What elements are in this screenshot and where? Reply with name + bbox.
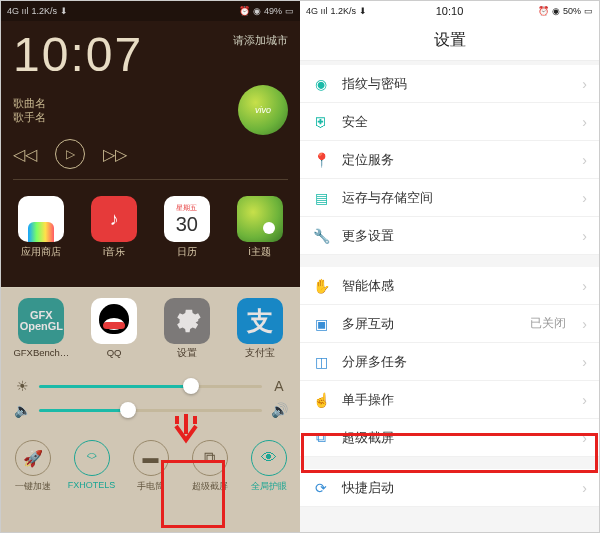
song-artist: 歌手名 xyxy=(13,110,46,124)
sd-icon: ▤ xyxy=(312,189,330,207)
eye-icon: 👁 xyxy=(251,440,287,476)
settings-pane: 4G ııl 1.2K/s ⬇ 10:10 ⏰ ◉ 50% ▭ 设置 ◉ 指纹与… xyxy=(300,1,599,532)
statusbar-left: 4G ııl 1.2K/s ⬇ ⏰ ◉ 49% ▭ xyxy=(1,1,300,21)
wifi-icon: ◉ xyxy=(552,6,560,16)
chevron-right-icon: › xyxy=(582,392,587,408)
chevron-right-icon: › xyxy=(582,228,587,244)
annotation-arrow-icon xyxy=(171,412,201,448)
toggle-fxhotels[interactable]: ⌔ FXHOTELS xyxy=(65,440,119,493)
net-signal: 4G ııl xyxy=(7,6,29,16)
weather-text[interactable]: 请添加城市 xyxy=(233,33,288,48)
battery-pct: 49% xyxy=(264,6,282,16)
split-icon: ◫ xyxy=(312,353,330,371)
chevron-right-icon: › xyxy=(582,190,587,206)
net-speed: 1.2K/s xyxy=(331,6,357,16)
pin-icon: 📍 xyxy=(312,151,330,169)
chevron-right-icon: › xyxy=(582,152,587,168)
item-more[interactable]: 🔧 更多设置 › xyxy=(300,217,599,255)
next-track-icon[interactable]: ▷▷ xyxy=(103,145,127,164)
item-location[interactable]: 📍 定位服务 › xyxy=(300,141,599,179)
drawer-app-alipay[interactable]: 支 支付宝 xyxy=(229,298,291,360)
item-motion[interactable]: ✋ 智能体感 › xyxy=(300,267,599,305)
item-onehand[interactable]: ☝ 单手操作 › xyxy=(300,381,599,419)
item-quicklaunch[interactable]: ⟳ 快捷启动 › xyxy=(300,469,599,507)
shield-icon: ⛨ xyxy=(312,113,330,131)
home-screen-pane: 4G ııl 1.2K/s ⬇ ⏰ ◉ 49% ▭ 10:07 请添加城市 歌曲… xyxy=(1,1,300,532)
brightness-slider[interactable]: ☀ A xyxy=(13,378,288,394)
download-icon: ⬇ xyxy=(359,6,367,16)
music-controls: ◁◁ ▷ ▷▷ xyxy=(13,139,288,169)
net-signal: 4G ııl xyxy=(306,6,328,16)
download-icon: ⬇ xyxy=(60,6,68,16)
item-storage[interactable]: ▤ 运存与存储空间 › xyxy=(300,179,599,217)
item-multiscreen[interactable]: ▣ 多屏互动 已关闭 › xyxy=(300,305,599,343)
brightness-icon: ☀ xyxy=(13,378,31,394)
prev-track-icon[interactable]: ◁◁ xyxy=(13,145,37,164)
brightness-auto-icon[interactable]: A xyxy=(270,378,288,394)
net-speed: 1.2K/s xyxy=(32,6,58,16)
item-split[interactable]: ◫ 分屏多任务 › xyxy=(300,343,599,381)
app-itheme[interactable]: i主题 xyxy=(229,196,291,259)
volume-high-icon: 🔊 xyxy=(270,402,288,418)
rocket-icon: 🚀 xyxy=(15,440,51,476)
volume-low-icon: 🔈 xyxy=(13,402,31,418)
vivo-orb[interactable]: vivo xyxy=(238,85,288,135)
home-app-row: 应用商店 ♪ i音乐 星期五30 日历 i主题 xyxy=(1,192,300,263)
settings-group-2: ✋ 智能体感 › ▣ 多屏互动 已关闭 › ◫ 分屏多任务 › ☝ 单手操作 › xyxy=(300,267,599,457)
toggle-eye-protect[interactable]: 👁 全局护眼 xyxy=(242,440,296,493)
lockscreen-widget: 10:07 请添加城市 歌曲名 歌手名 vivo ◁◁ ▷ ▷▷ xyxy=(1,21,300,192)
item-fingerprint[interactable]: ◉ 指纹与密码 › xyxy=(300,65,599,103)
app-store[interactable]: 应用商店 xyxy=(10,196,72,259)
chevron-right-icon: › xyxy=(582,114,587,130)
wrench-icon: 🔧 xyxy=(312,227,330,245)
play-button[interactable]: ▷ xyxy=(55,139,85,169)
statusbar-right: 4G ııl 1.2K/s ⬇ 10:10 ⏰ ◉ 50% ▭ xyxy=(300,1,599,21)
chevron-right-icon: › xyxy=(582,316,587,332)
alarm-icon: ⏰ xyxy=(538,6,549,16)
wifi-icon: ◉ xyxy=(253,6,261,16)
wifi-toggle-icon: ⌔ xyxy=(74,440,110,476)
rocket-icon: ⟳ xyxy=(312,479,330,497)
drawer-app-qq[interactable]: QQ xyxy=(83,298,145,360)
settings-group-3: ⟳ 快捷启动 › xyxy=(300,469,599,507)
battery-icon: ▭ xyxy=(584,6,593,16)
app-calendar[interactable]: 星期五30 日历 xyxy=(156,196,218,259)
annotation-highlight-right xyxy=(301,433,598,473)
hand-icon: ✋ xyxy=(312,277,330,295)
control-center-drawer: GFXOpenGL GFXBench… QQ 设置 支 支付宝 xyxy=(1,287,300,532)
item-security[interactable]: ⛨ 安全 › xyxy=(300,103,599,141)
chevron-right-icon: › xyxy=(582,480,587,496)
fingerprint-icon: ◉ xyxy=(312,75,330,93)
onehand-icon: ☝ xyxy=(312,391,330,409)
song-title: 歌曲名 xyxy=(13,96,46,110)
toggle-boost[interactable]: 🚀 一键加速 xyxy=(6,440,60,493)
alarm-icon: ⏰ xyxy=(239,6,250,16)
annotation-highlight-left xyxy=(161,460,225,528)
page-title: 设置 xyxy=(300,21,599,61)
battery-icon: ▭ xyxy=(285,6,294,16)
drawer-app-settings[interactable]: 设置 xyxy=(156,298,218,360)
chevron-right-icon: › xyxy=(582,354,587,370)
chevron-right-icon: › xyxy=(582,76,587,92)
volume-slider[interactable]: 🔈 🔊 xyxy=(13,402,288,418)
screens-icon: ▣ xyxy=(312,315,330,333)
app-imusic[interactable]: ♪ i音乐 xyxy=(83,196,145,259)
statusbar-time: 10:10 xyxy=(436,5,464,17)
chevron-right-icon: › xyxy=(582,278,587,294)
battery-pct: 50% xyxy=(563,6,581,16)
settings-group-1: ◉ 指纹与密码 › ⛨ 安全 › 📍 定位服务 › ▤ 运存与存储空间 › 🔧 xyxy=(300,65,599,255)
drawer-app-gfx[interactable]: GFXOpenGL GFXBench… xyxy=(10,298,72,360)
